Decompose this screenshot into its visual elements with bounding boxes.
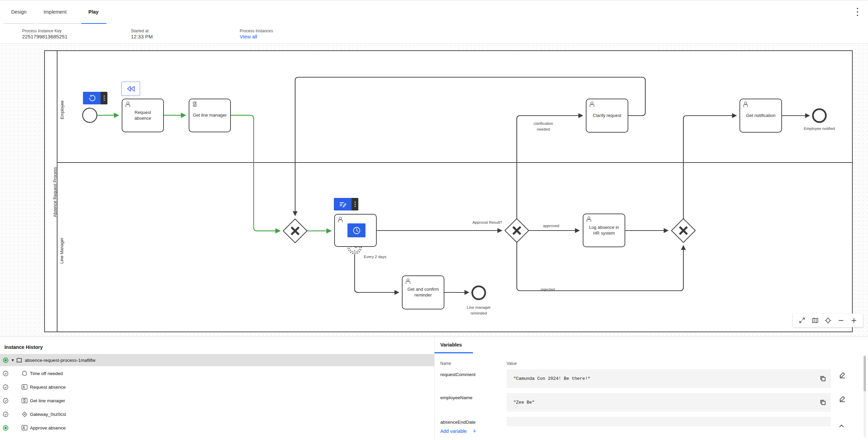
variables-tab-underline bbox=[435, 352, 473, 353]
bottom-panels: Instance History ▼ absence-request-proce… bbox=[0, 337, 868, 440]
label-employee-notified: Employee notified bbox=[797, 126, 841, 132]
scrollbar-thumb[interactable] bbox=[864, 356, 866, 391]
gateway-approval-result[interactable] bbox=[505, 219, 529, 242]
variable-name: absenceEndDate bbox=[440, 420, 476, 425]
user-task-icon bbox=[742, 101, 749, 108]
flow-gateway-to-notification bbox=[683, 116, 736, 219]
variables-scrollbar[interactable] bbox=[864, 356, 866, 437]
history-item-label: Approve absence bbox=[30, 425, 66, 430]
minimap-icon[interactable] bbox=[810, 315, 820, 325]
fit-fullscreen-icon[interactable] bbox=[797, 315, 807, 325]
start-event-icon bbox=[21, 371, 28, 376]
task-request-absence[interactable]: Request absence bbox=[122, 99, 164, 132]
variables-name-column: Name bbox=[440, 361, 451, 366]
variable-name: employeeName bbox=[440, 395, 473, 400]
user-task-icon bbox=[21, 425, 28, 430]
history-item-label: Gateway_0sz0cst bbox=[30, 412, 66, 417]
rewind-icon bbox=[126, 86, 135, 92]
user-task-icon bbox=[21, 384, 28, 390]
history-root-label: absence-request-process-1maf8fw bbox=[25, 358, 96, 363]
script-task-icon bbox=[191, 101, 198, 108]
process-instance-key-label: Process Instance Key bbox=[22, 29, 62, 33]
zoom-out-icon[interactable] bbox=[836, 315, 846, 325]
process-instance-icon bbox=[16, 358, 23, 362]
task-get-confirm-reminder[interactable]: Get and confirm reminder bbox=[402, 275, 444, 309]
variable-value-box[interactable] bbox=[507, 417, 831, 426]
variable-value-box[interactable]: "Zee Be" bbox=[507, 393, 831, 412]
task-label: Get notification bbox=[746, 113, 776, 119]
task-get-line-manager[interactable]: Get line manager bbox=[189, 99, 231, 132]
overlay-menu-icon[interactable] bbox=[352, 198, 358, 210]
add-variable-button[interactable]: Add variable + bbox=[440, 428, 476, 434]
task-label: Log absence in HR system bbox=[587, 225, 621, 236]
bpmn-canvas[interactable]: Absence Request Process Employee Line Ma… bbox=[0, 44, 868, 337]
edit-variable-icon[interactable] bbox=[839, 371, 846, 378]
variable-value-box[interactable]: "Camunda Con 2024! Be there!" bbox=[507, 369, 831, 388]
rewind-token-button[interactable] bbox=[121, 82, 140, 96]
task-log-absence-hr[interactable]: Log absence in HR system bbox=[583, 214, 625, 247]
copy-icon[interactable] bbox=[820, 375, 826, 382]
edit-variable-icon[interactable] bbox=[839, 395, 846, 402]
expand-value-caret-icon[interactable] bbox=[839, 423, 844, 429]
end-event-line-manager-reminded[interactable] bbox=[472, 286, 485, 299]
user-task-icon bbox=[585, 216, 592, 223]
gateway-join[interactable] bbox=[283, 219, 307, 243]
history-item-label: Time off needed bbox=[30, 371, 63, 376]
tab-implement[interactable]: Implement bbox=[44, 9, 67, 15]
start-event-time-off-needed[interactable] bbox=[83, 108, 97, 122]
restart-instance-overlay[interactable] bbox=[83, 92, 107, 104]
complete-form-icon[interactable] bbox=[334, 198, 352, 210]
label-approved: approved bbox=[539, 223, 563, 229]
plus-icon: + bbox=[473, 428, 476, 434]
history-row[interactable]: Approve absence bbox=[0, 422, 434, 434]
zoom-in-icon[interactable] bbox=[849, 315, 859, 325]
history-row[interactable]: Gateway_0sz0cst bbox=[0, 408, 434, 420]
history-row[interactable]: Request absence bbox=[0, 381, 434, 393]
view-all-link[interactable]: View all bbox=[240, 34, 257, 39]
active-status-icon bbox=[3, 425, 9, 431]
started-at-value: 12:33 PM bbox=[131, 34, 153, 39]
add-variable-label: Add variable bbox=[440, 428, 467, 434]
trigger-timer-button[interactable] bbox=[347, 223, 365, 237]
user-task-icon bbox=[337, 216, 344, 223]
completed-flows bbox=[97, 115, 331, 231]
restart-icon[interactable] bbox=[83, 92, 101, 104]
label-every-2-days: Every 2 days bbox=[364, 254, 394, 260]
complete-task-overlay[interactable] bbox=[334, 198, 358, 210]
label-approval-result: Approval Result? bbox=[466, 220, 502, 225]
task-clarify-request[interactable]: Clarify request bbox=[586, 99, 628, 133]
history-item-label: Request absence bbox=[30, 385, 66, 390]
process-instance-key-value: 2251799813685251 bbox=[22, 34, 67, 39]
task-label: Get line manager bbox=[193, 113, 227, 118]
history-row[interactable]: Time off needed bbox=[0, 367, 434, 379]
gateway-merge[interactable] bbox=[671, 219, 695, 242]
script-task-icon bbox=[21, 398, 28, 403]
reset-viewport-icon[interactable] bbox=[823, 315, 833, 325]
overlay-menu-icon[interactable] bbox=[101, 92, 107, 104]
variable-value: "Zee Be" bbox=[513, 400, 534, 405]
tab-play[interactable]: Play bbox=[88, 9, 99, 15]
user-task-icon bbox=[589, 101, 595, 108]
active-status-icon bbox=[3, 357, 9, 363]
overflow-menu-icon[interactable] bbox=[854, 7, 861, 17]
instance-info-bar: Process Instance Key 2251799813685251 St… bbox=[0, 24, 868, 44]
copy-icon[interactable] bbox=[820, 399, 826, 406]
task-get-notification[interactable]: Get notification bbox=[739, 99, 782, 133]
gateway-icon bbox=[21, 411, 28, 417]
history-row[interactable]: Get line manager bbox=[0, 394, 434, 407]
user-task-icon bbox=[405, 278, 411, 285]
instance-history-title: Instance History bbox=[4, 344, 43, 350]
end-event-employee-notified[interactable] bbox=[813, 109, 826, 122]
variable-value: "Camunda Con 2024! Be there!" bbox=[513, 376, 590, 381]
started-at-label: Started at bbox=[131, 29, 149, 33]
tab-variables[interactable]: Variables bbox=[440, 342, 462, 348]
completed-check-icon bbox=[3, 411, 9, 417]
user-task-icon bbox=[124, 101, 131, 108]
history-row-root[interactable]: ▼ absence-request-process-1maf8fw bbox=[0, 354, 434, 366]
expand-caret-icon[interactable]: ▼ bbox=[11, 358, 15, 362]
flow-timer-to-reminder bbox=[355, 254, 399, 292]
tab-design[interactable]: Design bbox=[11, 9, 27, 15]
clock-icon bbox=[352, 226, 361, 235]
canvas-controls-toolbar bbox=[793, 314, 863, 327]
flow-clarify-loopback bbox=[295, 77, 645, 216]
